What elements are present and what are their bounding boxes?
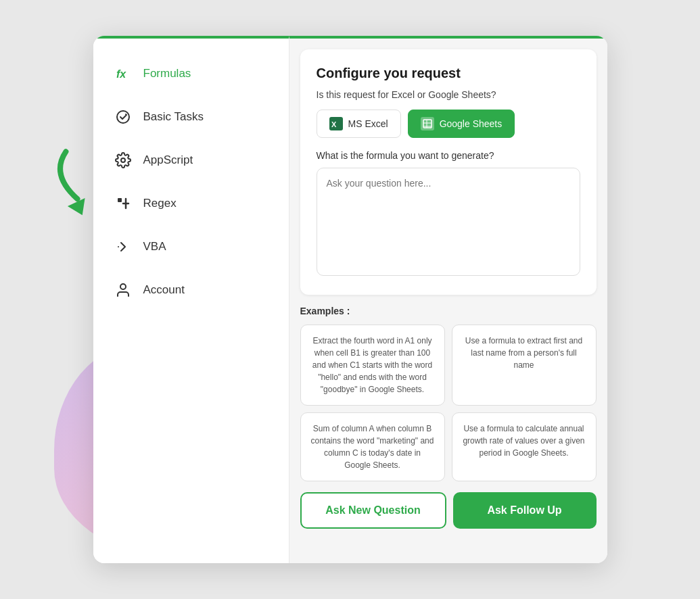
sidebar-item-appscript[interactable]: AppScript [93,139,289,182]
svg-text:X: X [331,120,337,128]
sidebar-appscript-label: AppScript [143,153,193,167]
main-content: Configure you request Is this request fo… [289,36,607,563]
svg-point-3 [121,158,125,162]
sidebar-vba-label: VBA [143,240,166,254]
ask-follow-up-button[interactable]: Ask Follow Up [453,492,597,529]
checklist-icon [114,107,133,126]
question-label: What is the formula you want to generate… [317,150,580,161]
sidebar: fx Formulas Basic Tasks [93,36,289,563]
ask-new-question-button[interactable]: Ask New Question [300,492,446,529]
sidebar-item-formulas[interactable]: fx Formulas [93,52,289,95]
fx-icon: fx [114,64,133,83]
examples-label: Examples : [300,306,597,316]
sheets-label: Google Sheets [440,118,503,129]
svg-rect-4 [118,198,122,202]
card-subtitle: Is this request for Excel or Google Shee… [317,89,580,100]
excel-button[interactable]: X MS Excel [317,110,401,138]
sidebar-item-regex[interactable]: Regex [93,182,289,225]
platform-buttons: X MS Excel Goog [317,110,580,138]
svg-rect-11 [421,117,434,130]
vba-icon [114,237,133,256]
example-card-4[interactable]: Use a formula to calculate annual growth… [452,412,597,481]
example-card-1[interactable]: Extract the fourth word in A1 only when … [300,325,445,406]
app-container: fx Formulas Basic Tasks [93,36,607,563]
example-text-1: Extract the fourth word in A1 only when … [312,336,432,394]
regex-icon [114,194,133,213]
sidebar-item-vba[interactable]: VBA [93,225,289,268]
example-card-2[interactable]: Use a formula to extract first and last … [452,325,597,406]
card-title: Configure you request [317,66,580,81]
svg-point-2 [117,111,129,123]
configure-card: Configure you request Is this request fo… [300,49,597,295]
sidebar-formulas-label: Formulas [143,67,191,80]
sidebar-regex-label: Regex [143,197,177,210]
sidebar-account-label: Account [143,283,185,297]
examples-grid: Extract the fourth word in A1 only when … [300,325,597,481]
example-card-3[interactable]: Sum of column A when column B contains t… [300,412,445,481]
gear-icon [114,151,133,170]
excel-icon: X [329,117,343,130]
example-text-2: Use a formula to extract first and last … [465,336,582,370]
sidebar-item-account[interactable]: Account [93,268,289,312]
sidebar-item-basic-tasks[interactable]: Basic Tasks [93,95,289,139]
excel-label: MS Excel [348,118,388,129]
sheets-button[interactable]: Google Sheets [408,110,515,138]
sidebar-basic-tasks-label: Basic Tasks [143,110,204,124]
question-textarea[interactable] [317,168,580,276]
account-icon [114,281,133,300]
example-text-3: Sum of column A when column B contains t… [311,424,434,470]
svg-point-8 [120,284,126,289]
example-text-4: Use a formula to calculate annual growth… [463,424,584,458]
action-buttons: Ask New Question Ask Follow Up [300,492,597,529]
svg-text:fx: fx [116,68,126,80]
sheets-icon [421,117,434,130]
examples-section: Examples : Extract the fourth word in A1… [300,306,597,481]
